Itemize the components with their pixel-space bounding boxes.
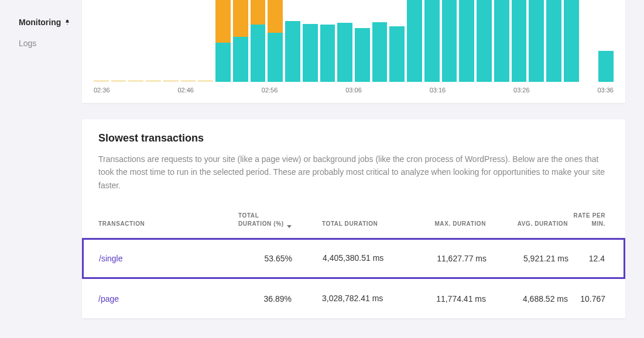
chart-bar[interactable] xyxy=(181,0,196,82)
chart-bar[interactable] xyxy=(512,0,527,82)
section-title: Slowest transactions xyxy=(98,132,609,144)
sidebar-item-logs[interactable]: Logs xyxy=(0,33,82,54)
chart-bar[interactable] xyxy=(546,0,561,82)
cell-avg-duration: 4,688.52 ms xyxy=(486,294,568,303)
sidebar: Monitoring Logs xyxy=(0,0,82,338)
chart-bar[interactable] xyxy=(94,0,109,82)
chart-bar[interactable] xyxy=(494,0,509,82)
cell-rate: 12.4 xyxy=(568,254,608,263)
chart-card: 02:3602:4602:5603:0603:1603:2603:36 xyxy=(82,0,625,103)
chart-bar[interactable] xyxy=(529,0,544,82)
col-rate[interactable]: RATE PER MIN. xyxy=(568,212,609,228)
chart-bar[interactable] xyxy=(198,0,213,82)
chart-bar[interactable] xyxy=(268,0,283,82)
x-tick: 03:16 xyxy=(430,87,446,94)
slowest-transactions-card: Slowest transactions Transactions are re… xyxy=(82,119,625,319)
chart-bar[interactable] xyxy=(285,0,300,82)
x-tick: 03:06 xyxy=(345,87,362,94)
table-body: /single53.65%4,405,380.51 ms11,627.77 ms… xyxy=(82,238,625,319)
chart-bar[interactable] xyxy=(146,0,161,82)
chart-bar[interactable] xyxy=(303,0,318,82)
chart-bar[interactable] xyxy=(111,0,126,82)
chart-bar[interactable] xyxy=(215,0,231,82)
chart-bar[interactable] xyxy=(372,0,388,82)
x-tick: 03:36 xyxy=(597,87,614,94)
transaction-link[interactable]: /single xyxy=(99,254,122,263)
chart-bar[interactable] xyxy=(598,0,614,82)
bell-icon xyxy=(64,19,70,25)
x-tick: 03:26 xyxy=(513,87,530,94)
col-total-duration[interactable]: TOTAL DURATION xyxy=(322,220,404,228)
cell-rate: 10.767 xyxy=(568,294,609,303)
transaction-link[interactable]: /page xyxy=(98,294,119,303)
x-tick: 02:46 xyxy=(177,87,194,94)
sort-desc-icon xyxy=(287,222,292,228)
col-avg-duration[interactable]: AVG. DURATION xyxy=(486,220,568,228)
chart-bar[interactable] xyxy=(424,0,440,82)
chart-bars xyxy=(94,0,614,82)
cell-total-duration: 4,405,380.51 ms xyxy=(323,253,405,264)
chart-bar[interactable] xyxy=(355,0,370,82)
chart-bar[interactable] xyxy=(320,0,335,82)
chart-bar[interactable] xyxy=(581,0,597,82)
chart-bar[interactable] xyxy=(407,0,422,82)
chart-bar[interactable] xyxy=(389,0,405,82)
main-content: 02:3602:4602:5603:0603:1603:2603:36 Slow… xyxy=(82,0,644,319)
sidebar-item-label: Monitoring xyxy=(19,18,61,27)
chart-x-axis: 02:3602:4602:5603:0603:1603:2603:36 xyxy=(94,87,614,94)
cell-duration-pct: 53.65% xyxy=(228,254,292,263)
chart-bar[interactable] xyxy=(442,0,457,82)
section-description: Transactions are requests to your site (… xyxy=(98,153,609,192)
cell-max-duration: 11,627.77 ms xyxy=(405,254,487,263)
table-header: TRANSACTION TOTAL DURATION (%) TOTAL DUR… xyxy=(82,206,625,238)
chart-bar[interactable] xyxy=(564,0,579,82)
col-transaction[interactable]: TRANSACTION xyxy=(98,220,227,228)
col-max-duration[interactable]: MAX. DURATION xyxy=(404,220,486,228)
col-duration-pct[interactable]: TOTAL DURATION (%) xyxy=(227,212,292,228)
chart-bar[interactable] xyxy=(459,0,474,82)
cell-max-duration: 11,774.41 ms xyxy=(404,294,486,303)
chart-bar[interactable] xyxy=(163,0,179,82)
table-row[interactable]: /page36.89%3,028,782.41 ms11,774.41 ms4,… xyxy=(82,279,625,319)
x-tick: 02:36 xyxy=(94,87,110,94)
chart-bar[interactable] xyxy=(337,0,352,82)
chart-bar[interactable] xyxy=(251,0,266,82)
chart-bar[interactable] xyxy=(477,0,492,82)
sidebar-item-monitoring[interactable]: Monitoring xyxy=(0,12,82,33)
chart-bar[interactable] xyxy=(128,0,143,82)
chart-area xyxy=(94,0,614,82)
cell-avg-duration: 5,921.21 ms xyxy=(487,254,568,263)
cell-total-duration: 3,028,782.41 ms xyxy=(322,293,404,305)
x-tick: 02:56 xyxy=(262,87,278,94)
col-label: TOTAL DURATION (%) xyxy=(238,212,285,228)
cell-duration-pct: 36.89% xyxy=(227,294,292,303)
sidebar-item-label: Logs xyxy=(19,39,36,48)
chart-bar[interactable] xyxy=(233,0,248,82)
table-row[interactable]: /single53.65%4,405,380.51 ms11,627.77 ms… xyxy=(82,238,625,279)
